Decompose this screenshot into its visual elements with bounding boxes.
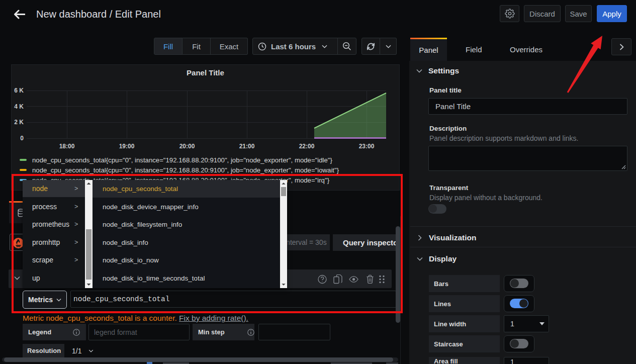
svg-text:2 K: 2 K xyxy=(14,119,24,126)
svg-text:21:00: 21:00 xyxy=(239,143,255,150)
svg-text:4 K: 4 K xyxy=(14,103,24,110)
svg-text:22:00: 22:00 xyxy=(299,143,315,150)
svg-text:node_cpu_seconds_total{cpu="0": node_cpu_seconds_total{cpu="0", instance… xyxy=(32,166,339,174)
svg-text:node_cpu_seconds_total{cpu="0": node_cpu_seconds_total{cpu="0", instance… xyxy=(32,156,333,164)
svg-text:6 K: 6 K xyxy=(14,87,24,94)
svg-text:18:00: 18:00 xyxy=(59,143,75,150)
svg-text:19:00: 19:00 xyxy=(119,143,135,150)
svg-text:23:00: 23:00 xyxy=(359,143,375,150)
svg-text:20:00: 20:00 xyxy=(179,143,195,150)
svg-text:0: 0 xyxy=(20,135,24,142)
